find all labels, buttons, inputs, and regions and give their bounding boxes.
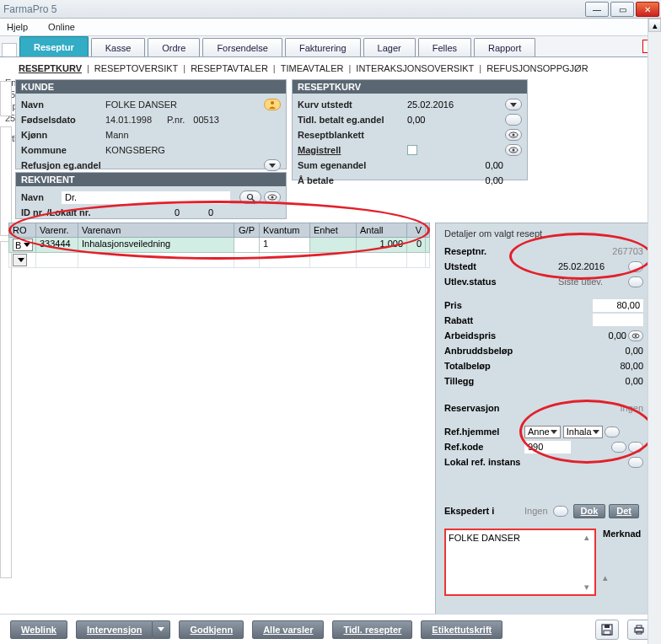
col-enhet[interactable]: Enhet	[310, 223, 357, 237]
menu-online[interactable]: Online	[48, 22, 75, 32]
textarea-content: FOLKE DANSER	[449, 533, 520, 543]
refkode-view-icon[interactable]	[628, 442, 643, 453]
tab-forsendelse[interactable]: Forsendelse	[202, 38, 282, 56]
kunde-header: KUNDE	[16, 80, 286, 94]
details-header: Detaljer om valgt resept	[444, 228, 643, 239]
sum-egenandel-value: 0,00	[407, 160, 503, 170]
det-button[interactable]: Det	[609, 504, 639, 518]
col-varenavn[interactable]: Varenavn	[78, 223, 234, 237]
merknad-scroll-icon[interactable]: ▴	[603, 572, 641, 583]
totalbelop-value: 80,00	[524, 361, 643, 371]
cell-antall[interactable]: 1,000	[357, 238, 407, 252]
alle-varsler-button[interactable]: Alle varsler	[252, 620, 324, 639]
tab-rapport[interactable]: Rapport	[474, 38, 535, 56]
blankett-view-icon[interactable]	[505, 129, 522, 141]
col-ro[interactable]: RO	[9, 223, 36, 237]
cell-varenr[interactable]: 333444	[36, 238, 78, 252]
rabatt-value[interactable]	[593, 314, 643, 326]
refhjemmel-view-icon[interactable]	[605, 427, 620, 437]
utlevstatus-view-icon[interactable]	[628, 276, 643, 287]
tab-ordre[interactable]: Ordre	[148, 38, 200, 56]
item-grid: RO Varenr. Varenavn G/P Kvantum Enhet An…	[8, 223, 430, 577]
refusjon-dropdown[interactable]	[264, 159, 281, 171]
table-row[interactable]: B 333444 Inhalasjonsveiledning 1 1,000 0	[8, 238, 430, 253]
cell-varenavn[interactable]: Inhalasjonsveiledning	[78, 238, 234, 252]
refkode-value[interactable]: 990	[524, 441, 571, 453]
etikettutskrift-button[interactable]: Etikettutskrift	[421, 620, 502, 639]
subtab-reseptoversikt[interactable]: RESEPTOVERSIKT	[94, 63, 178, 73]
svg-rect-15	[637, 625, 642, 628]
scroll-up-icon[interactable]: ▴	[581, 532, 593, 543]
cell-v[interactable]: 0	[407, 238, 426, 252]
subtab-reseptavtaler[interactable]: RESEPTAVTALER	[191, 63, 268, 73]
vertical-scrollbar[interactable]: ▴	[648, 19, 661, 644]
reseptblankett-label: Reseptblankett	[298, 130, 407, 140]
reseptnr-value: 267703	[524, 246, 643, 256]
col-gp[interactable]: G/P	[234, 223, 260, 237]
weblink-button[interactable]: Weblink	[10, 620, 67, 639]
name-textarea[interactable]: FOLKE DANSER ▴ ▾	[444, 529, 596, 596]
close-button[interactable]: ✕	[636, 2, 659, 17]
aa-betale-value: 0,00	[407, 175, 503, 185]
maximize-button[interactable]: ▭	[610, 2, 634, 17]
person-icon[interactable]	[264, 99, 281, 110]
col-antall[interactable]: Antall	[357, 223, 407, 237]
subtab-interaksjon[interactable]: INTERAKSJONSOVERSIKT	[356, 63, 474, 73]
subtab-refusjon[interactable]: REFUSJONSOPPGJØR	[486, 63, 588, 73]
magistrell-label[interactable]: Magistrell	[298, 145, 407, 155]
magistrell-checkbox[interactable]	[407, 145, 417, 155]
view-icon[interactable]	[264, 191, 281, 203]
cell-kvantum[interactable]: 1	[260, 238, 310, 252]
reservasjon-value: Ingen	[524, 403, 643, 413]
subtab-timeavtaler[interactable]: TIMEAVTALER	[281, 63, 344, 73]
menu-hjelp[interactable]: Hjelp	[7, 22, 28, 32]
ekspedert-label: Ekspedert i	[444, 506, 524, 516]
refhjemmel-combo1[interactable]: Anne	[524, 426, 561, 438]
pris-value[interactable]: 80,00	[593, 299, 643, 312]
godkjenn-button[interactable]: Godkjenn	[179, 620, 244, 639]
col-v[interactable]: V	[407, 223, 426, 237]
dok-button[interactable]: Dok	[573, 504, 606, 518]
tidl-resepter-button[interactable]: Tidl. resepter	[332, 620, 412, 639]
refkode-search-icon[interactable]	[611, 442, 626, 453]
subtab-reseptkurv[interactable]: RESEPTKURV	[19, 63, 82, 73]
intervensjon-dropdown[interactable]	[153, 620, 170, 639]
intervensjon-button[interactable]: Intervensjon	[76, 620, 153, 639]
lokalref-view-icon[interactable]	[628, 457, 643, 468]
rekvirent-navn-input[interactable]: Dr.	[62, 191, 230, 204]
utstedt-view-icon[interactable]	[628, 261, 643, 272]
sum-egenandel-label: Sum egenandel	[298, 160, 407, 170]
ro-combo-empty[interactable]	[13, 254, 27, 266]
cell-enhet[interactable]	[310, 238, 357, 252]
table-row[interactable]	[8, 253, 430, 268]
ro-combo[interactable]: B	[13, 239, 33, 251]
cell-gp[interactable]	[234, 238, 260, 252]
magistrell-view-icon[interactable]	[505, 144, 522, 156]
save-icon[interactable]	[595, 620, 619, 640]
kurv-utstedt-label: Kurv utstedt	[298, 99, 407, 110]
ekspedert-view-icon[interactable]	[553, 506, 568, 517]
tab-fakturering[interactable]: Fakturering	[285, 38, 361, 56]
kunde-kjonn-label: Kjønn	[21, 130, 105, 140]
grid-header: RO Varenr. Varenavn G/P Kvantum Enhet An…	[8, 223, 430, 238]
search-icon[interactable]	[239, 191, 261, 204]
ekspedert-value: Ingen	[524, 506, 548, 516]
tab-lager[interactable]: Lager	[363, 38, 416, 56]
anbrudd-value: 0,00	[524, 346, 643, 356]
refhjemmel-combo2[interactable]: Inhala	[563, 426, 603, 438]
kunde-fd-value: 14.01.1998	[105, 115, 152, 125]
tab-felles[interactable]: Felles	[418, 38, 471, 56]
col-kvantum[interactable]: Kvantum	[260, 223, 310, 237]
tidl-betalt-label: Tidl. betalt eg.andel	[298, 115, 407, 125]
tab-kasse[interactable]: Kasse	[91, 38, 146, 56]
minimize-button[interactable]: —	[585, 2, 609, 17]
tab-reseptur[interactable]: Reseptur	[19, 36, 89, 56]
col-varenr[interactable]: Varenr.	[36, 223, 78, 237]
utlevstatus-value: Siste utlev.	[524, 276, 626, 287]
tidl-view-icon[interactable]	[505, 114, 522, 126]
scroll-down-icon[interactable]: ▾	[581, 582, 593, 593]
arbeidspris-view-icon[interactable]	[628, 330, 643, 341]
kurv-dropdown[interactable]	[505, 99, 522, 110]
kunde-kommune-value: KONGSBERG	[105, 145, 165, 155]
scroll-up-icon[interactable]: ▴	[648, 19, 661, 32]
